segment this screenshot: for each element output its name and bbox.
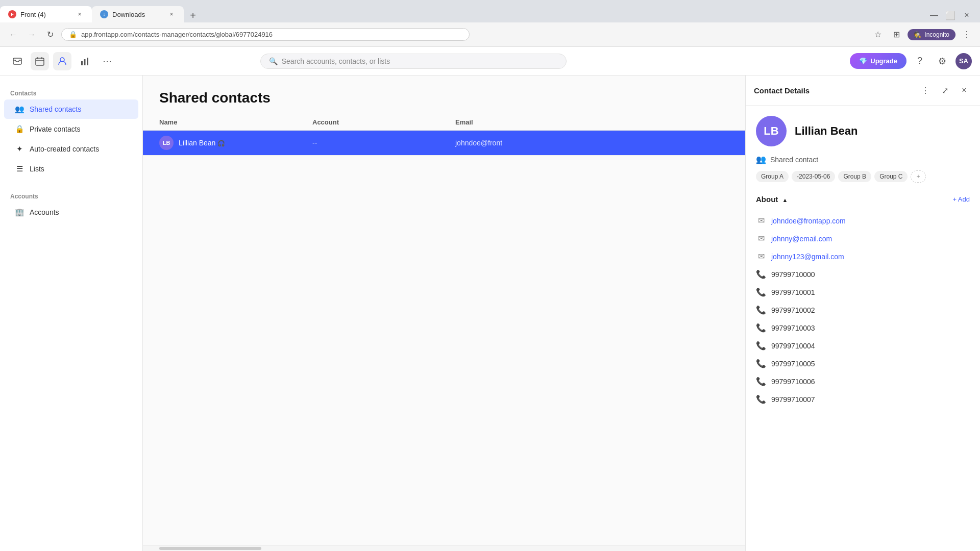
phone-item-7: 📞 99799710007 xyxy=(756,390,970,408)
contact-type-row: 👥 Shared contact xyxy=(746,155,980,170)
chart-icon-btn[interactable] xyxy=(76,52,94,70)
lists-icon: ☰ xyxy=(14,164,24,174)
phone-value-4[interactable]: 99799710004 xyxy=(771,342,815,350)
address-text: app.frontapp.com/contacts-manager/contac… xyxy=(81,31,273,38)
phone-value-5[interactable]: 99799710005 xyxy=(771,360,815,368)
add-tag-button[interactable]: + xyxy=(911,170,925,183)
panel-close-button[interactable]: × xyxy=(957,83,972,98)
sidebar-item-auto[interactable]: ✦ Auto-created contacts xyxy=(4,139,138,159)
phone-value-2[interactable]: 99799710002 xyxy=(771,306,815,314)
contacts-table: Name Account Email LB Lillian Bean 🎧 -- … xyxy=(143,114,745,545)
incognito-badge[interactable]: 🕵 Incognito xyxy=(908,29,955,40)
contacts-icon-btn[interactable] xyxy=(53,52,71,70)
minimize-button[interactable]: — xyxy=(927,8,941,22)
email-value-0[interactable]: johndoe@frontapp.com xyxy=(771,217,846,225)
about-section: About ▲ + Add ✉ johndoe@frontapp.com ✉ j… xyxy=(746,191,980,408)
row-account: -- xyxy=(312,139,455,147)
mail-icon-0: ✉ xyxy=(756,216,766,226)
back-button[interactable]: ← xyxy=(6,28,20,42)
svg-rect-3 xyxy=(81,61,83,65)
col-header-account: Account xyxy=(312,118,455,126)
sidebar-item-private[interactable]: 🔒 Private contacts xyxy=(4,119,138,139)
upgrade-button[interactable]: 💎 Upgrade xyxy=(850,53,906,69)
tag-group-c[interactable]: Group C xyxy=(874,171,908,182)
help-button[interactable]: ? xyxy=(911,52,929,70)
collapse-icon: ▲ xyxy=(782,197,788,203)
more-icon-btn[interactable]: ⋯ xyxy=(98,52,116,70)
horizontal-scrollbar[interactable] xyxy=(143,545,745,551)
sidebar-item-shared[interactable]: 👥 Shared contacts xyxy=(4,99,138,119)
settings-button[interactable]: ⚙ xyxy=(933,52,951,70)
user-avatar[interactable]: SA xyxy=(955,53,972,69)
phone-item-3: 📞 99799710003 xyxy=(756,319,970,337)
new-tab-button[interactable]: + xyxy=(186,8,200,22)
phone-item-5: 📞 99799710005 xyxy=(756,355,970,372)
about-title: About ▲ xyxy=(756,195,788,204)
tags-row: Group A -2023-05-06 Group B Group C + xyxy=(746,170,980,191)
phone-icon-5: 📞 xyxy=(756,359,766,368)
phone-value-1[interactable]: 99799710001 xyxy=(771,288,815,296)
page-title: Shared contacts xyxy=(159,90,729,106)
reload-button[interactable]: ↻ xyxy=(43,28,57,42)
calendar-icon-btn[interactable] xyxy=(31,52,49,70)
browser-menu-button[interactable]: ⋮ xyxy=(960,28,974,42)
phone-icon-4: 📞 xyxy=(756,341,766,350)
sidebar-item-shared-label: Shared contacts xyxy=(30,105,81,113)
window-close-button[interactable]: × xyxy=(960,8,974,22)
phone-item-6: 📞 99799710006 xyxy=(756,372,970,390)
row-avatar: LB xyxy=(159,136,174,150)
svg-rect-4 xyxy=(84,59,86,65)
lock-icon: 🔒 xyxy=(69,31,77,38)
star-button[interactable]: ☆ xyxy=(871,28,885,42)
close-tab-front[interactable]: × xyxy=(76,10,84,18)
tag-group-a[interactable]: Group A xyxy=(756,171,789,182)
phone-value-6[interactable]: 99799710006 xyxy=(771,378,815,386)
col-header-email: Email xyxy=(455,118,729,126)
tab-front[interactable]: F Front (4) × xyxy=(0,6,92,22)
panel-actions: ⋮ ⤢ × xyxy=(918,83,972,98)
sidebar-item-lists-label: Lists xyxy=(30,165,44,173)
phone-item-1: 📞 99799710001 xyxy=(756,283,970,301)
email-value-1[interactable]: johnny@email.com xyxy=(771,235,832,243)
maximize-button[interactable]: ⬜ xyxy=(943,8,958,22)
mail-icon-1: ✉ xyxy=(756,234,766,243)
table-header: Name Account Email xyxy=(143,114,745,131)
panel-header: Contact Details ⋮ ⤢ × xyxy=(746,76,980,106)
phone-icon-7: 📞 xyxy=(756,394,766,404)
extensions-button[interactable]: ⊞ xyxy=(889,28,903,42)
tab-downloads[interactable]: ↓ Downloads × xyxy=(92,6,184,22)
tag-group-b[interactable]: Group B xyxy=(838,171,871,182)
shared-contacts-icon: 👥 xyxy=(14,104,24,114)
tag-date[interactable]: -2023-05-06 xyxy=(792,171,835,182)
browser-chrome: F Front (4) × ↓ Downloads × + — ⬜ × ← → … xyxy=(0,0,980,47)
phone-value-3[interactable]: 99799710003 xyxy=(771,324,815,332)
search-bar[interactable]: 🔍 Search accounts, contacts, or lists xyxy=(260,54,567,69)
sidebar-item-accounts-label: Accounts xyxy=(30,208,59,216)
panel-external-button[interactable]: ⤢ xyxy=(937,83,952,98)
row-name-label: Lillian Bean 🎧 xyxy=(179,139,225,147)
phone-item-0: 📞 99799710000 xyxy=(756,265,970,283)
about-add-button[interactable]: + Add xyxy=(952,195,970,203)
accounts-section-label: Accounts xyxy=(0,187,142,202)
svg-rect-5 xyxy=(87,58,88,65)
search-placeholder: Search accounts, contacts, or lists xyxy=(282,57,390,65)
forward-button[interactable]: → xyxy=(24,28,39,42)
email-value-2[interactable]: johnny123@gmail.com xyxy=(771,253,844,261)
phone-icon-0: 📞 xyxy=(756,269,766,279)
app-container: ⋯ 🔍 Search accounts, contacts, or lists … xyxy=(0,47,980,551)
tab-label-downloads: Downloads xyxy=(112,11,145,18)
table-row[interactable]: LB Lillian Bean 🎧 -- johndoe@front xyxy=(143,131,745,156)
panel-more-button[interactable]: ⋮ xyxy=(918,83,933,98)
inbox-icon-btn[interactable] xyxy=(8,52,27,70)
sidebar-item-lists[interactable]: ☰ Lists xyxy=(4,159,138,179)
nav-bar: ← → ↻ 🔒 app.frontapp.com/contacts-manage… xyxy=(0,22,980,47)
sidebar-item-accounts[interactable]: 🏢 Accounts xyxy=(4,203,138,222)
panel-title: Contact Details xyxy=(754,86,810,95)
email-item-1: ✉ johnny@email.com xyxy=(756,230,970,247)
scroll-thumb[interactable] xyxy=(159,547,261,550)
phone-value-0[interactable]: 99799710000 xyxy=(771,270,815,279)
phone-value-7[interactable]: 99799710007 xyxy=(771,395,815,404)
address-bar[interactable]: 🔒 app.frontapp.com/contacts-manager/cont… xyxy=(61,28,470,41)
close-tab-downloads[interactable]: × xyxy=(167,10,176,18)
about-header: About ▲ + Add xyxy=(756,191,970,208)
